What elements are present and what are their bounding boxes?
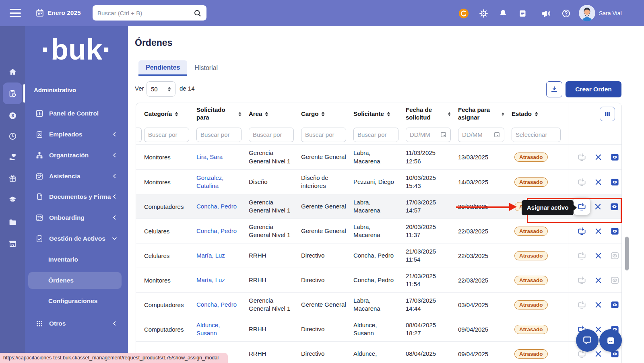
assign-asset-icon[interactable]: [577, 300, 586, 309]
reject-x-icon[interactable]: [594, 251, 603, 260]
sidebar-item-onboarding[interactable]: Onboarding: [30, 210, 123, 226]
global-search[interactable]: [93, 5, 206, 21]
sort-icon[interactable]: [238, 111, 242, 117]
solicitado-para-link[interactable]: Gonzalez, Catalina: [196, 174, 242, 190]
download-button[interactable]: [546, 81, 562, 97]
solicitado-para-link[interactable]: Lira, Sara: [196, 153, 223, 161]
settings-gear-icon[interactable]: [478, 8, 489, 19]
rail-tasks-clipboard-icon[interactable]: [0, 85, 25, 102]
announcements-megaphone-icon[interactable]: [541, 8, 551, 19]
rail-gifts-box-icon[interactable]: [0, 169, 25, 187]
view-detail-icon[interactable]: [610, 177, 619, 187]
solicitado-para-link[interactable]: Concha, Pedro: [196, 202, 237, 210]
chat-bubble-fab[interactable]: [576, 329, 599, 352]
filter-input-categoria[interactable]: [144, 128, 189, 142]
rail-documents-folder-icon[interactable]: [0, 213, 25, 231]
column-header-3[interactable]: Cargo: [301, 103, 353, 125]
view-detail-icon[interactable]: [610, 227, 619, 236]
column-header-0[interactable]: Categoría: [144, 103, 196, 125]
table-row[interactable]: MonitoresLira, SaraGerencia General Nive…: [136, 145, 621, 169]
search-input[interactable]: [97, 10, 193, 16]
solicitado-para-link[interactable]: Aldunce, Susann: [196, 321, 242, 338]
period-label[interactable]: Enero 2025: [47, 9, 81, 16]
assign-asset-icon[interactable]: [577, 227, 586, 236]
table-row[interactable]: ComputadoresConcha, PedroGerencia Genera…: [136, 292, 621, 317]
assign-asset-icon[interactable]: [577, 251, 586, 260]
filter-input-solicitante[interactable]: [353, 128, 398, 142]
sort-icon[interactable]: [175, 111, 178, 117]
rewards-orange-icon[interactable]: [458, 8, 469, 19]
reject-x-icon[interactable]: [594, 276, 603, 285]
sidebar-item-ordenes[interactable]: Órdenes: [28, 272, 122, 289]
filter-input-solicitado-para[interactable]: [196, 128, 242, 142]
sort-icon[interactable]: [321, 111, 325, 117]
reject-x-icon[interactable]: [594, 177, 603, 187]
sort-icon[interactable]: [387, 111, 390, 117]
view-detail-icon[interactable]: [610, 153, 619, 162]
sidebar-item-asistencia[interactable]: Asistencia: [30, 168, 123, 184]
column-header-2[interactable]: Área: [249, 103, 301, 125]
filter-date-fecha-asignar[interactable]: DD/MM: [458, 128, 504, 142]
sort-icon[interactable]: [448, 111, 451, 117]
tab-pendientes[interactable]: Pendientes: [138, 60, 187, 76]
rail-training-graduation-icon[interactable]: [0, 190, 25, 208]
table-row[interactable]: CelularesMaría, LuzRRHHDirectivoConcha, …: [136, 243, 621, 268]
solicitado-para-link[interactable]: Concha, Pedro: [196, 301, 237, 309]
sidebar-item-inventario[interactable]: Inventario: [28, 252, 122, 268]
view-detail-icon[interactable]: [610, 251, 619, 260]
rail-time-clock-icon[interactable]: [0, 127, 25, 145]
hamburger-menu-icon[interactable]: [10, 9, 21, 17]
filter-select-estado[interactable]: Seleccionar: [512, 128, 561, 142]
sidebar-item-organizacion[interactable]: Organización: [30, 147, 123, 163]
rail-marketplace-store-icon[interactable]: [0, 235, 25, 252]
table-row[interactable]: ComputadoresAldunce, SusannRRHHDirectivo…: [136, 317, 621, 341]
create-order-button[interactable]: Crear Orden: [566, 81, 621, 97]
column-settings-button[interactable]: [600, 107, 615, 121]
sort-icon[interactable]: [265, 111, 268, 117]
sidebar-item-empleados[interactable]: Empleados: [30, 126, 123, 142]
messenger-fab[interactable]: [599, 329, 622, 352]
table-row[interactable]: MonitoresGonzalez, CatalinaDiseñoDiseño …: [136, 169, 621, 194]
column-header-7[interactable]: Estado: [512, 103, 568, 125]
rail-payroll-dollar-icon[interactable]: $: [0, 107, 25, 124]
column-header-5[interactable]: Fecha de solicitud: [406, 103, 458, 125]
sidebar-item-gestion-de-activos[interactable]: Gestión de Activos: [30, 231, 123, 247]
assign-asset-icon[interactable]: [577, 153, 586, 162]
assign-asset-icon[interactable]: [577, 177, 586, 187]
solicitado-para-link[interactable]: María, Luz: [196, 252, 225, 260]
solicitado-para-link[interactable]: Concha, Pedro: [196, 227, 237, 235]
clipped-filter-input[interactable]: [136, 128, 142, 142]
rail-benefits-hand-heart-icon[interactable]: [0, 148, 25, 166]
sidebar-item-documentos-y-firma[interactable]: Documentos y Firma: [30, 189, 123, 205]
tab-historial[interactable]: Historial: [187, 60, 225, 76]
view-detail-icon[interactable]: [610, 300, 619, 309]
solicitado-para-link[interactable]: María, Luz: [196, 276, 225, 284]
reject-x-icon[interactable]: [594, 153, 603, 162]
sidebar-item-panel-de-control[interactable]: Panel de Control: [30, 105, 123, 122]
calendar-icon[interactable]: [35, 8, 44, 19]
vertical-scrollbar[interactable]: [625, 237, 629, 270]
filter-date-fecha-solicitud[interactable]: DD/MM: [406, 128, 451, 142]
column-header-4[interactable]: Solicitante: [353, 103, 406, 125]
reject-x-icon[interactable]: [594, 227, 603, 236]
table-row[interactable]: MonitoresMaría, LuzRRHHDirectivoConcha, …: [136, 268, 621, 292]
user-name[interactable]: Sara Vial: [599, 10, 622, 16]
per-page-select[interactable]: 50: [147, 81, 175, 97]
assign-asset-icon[interactable]: [577, 276, 586, 285]
rail-home-icon[interactable]: [0, 63, 25, 80]
column-header-1[interactable]: Solicitado para: [196, 103, 249, 125]
sort-icon[interactable]: [535, 111, 538, 117]
filter-input-area[interactable]: [249, 128, 294, 142]
view-detail-icon[interactable]: [610, 276, 619, 285]
sidebar-item-configuraciones[interactable]: Configuraciones: [28, 293, 122, 309]
notifications-bell-icon[interactable]: [498, 8, 508, 19]
reject-x-icon[interactable]: [594, 349, 603, 359]
notes-document-icon[interactable]: [517, 8, 528, 19]
sidebar-item-otros[interactable]: Otros: [30, 316, 123, 332]
help-icon[interactable]: [561, 8, 571, 19]
filter-input-cargo[interactable]: [301, 128, 346, 142]
column-header-6[interactable]: Fecha para asignar: [458, 103, 512, 125]
user-avatar[interactable]: [579, 5, 595, 21]
reject-x-icon[interactable]: [594, 300, 603, 309]
search-icon[interactable]: [193, 9, 202, 17]
